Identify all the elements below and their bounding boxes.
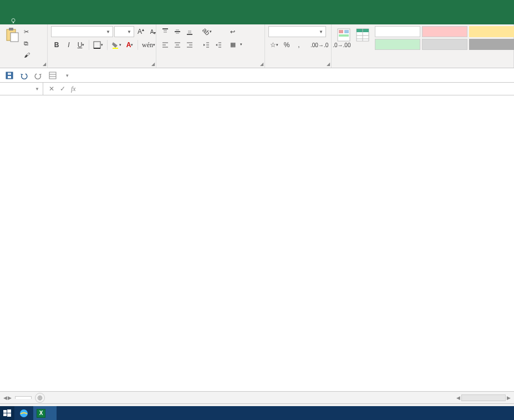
chevron-down-icon: ▼: [35, 87, 39, 92]
bucket-icon: [111, 41, 119, 49]
formula-input[interactable]: [82, 83, 514, 95]
brush-icon: 🖌: [24, 52, 30, 58]
cell-style-neutral[interactable]: [375, 39, 420, 50]
enter-formula-button[interactable]: ✓: [60, 85, 65, 93]
align-top-button[interactable]: [160, 26, 171, 37]
save-button[interactable]: [4, 70, 14, 80]
group-font: ▼ ▼ A▴ A▾ B I U▾ ▾ ▾ A▾: [48, 24, 156, 68]
windows-icon: [3, 409, 11, 417]
align-middle-button[interactable]: [172, 26, 183, 37]
align-center-button[interactable]: [172, 39, 183, 50]
underline-button[interactable]: U▾: [75, 39, 86, 50]
tell-me-search[interactable]: [10, 18, 19, 24]
decrease-indent-button[interactable]: [201, 39, 212, 50]
group-styles: [332, 24, 514, 68]
chevron-down-icon: ▼: [127, 29, 131, 34]
table-icon: [49, 72, 57, 79]
formula-buttons: ✕ ✓ fx: [43, 83, 82, 95]
copy-button[interactable]: ⧉: [22, 38, 51, 49]
increase-decimal-button[interactable]: .00→.0: [309, 39, 330, 50]
svg-rect-1: [13, 22, 14, 23]
merge-icon: ▦: [230, 41, 236, 48]
copy-icon: ⧉: [24, 40, 28, 47]
orientation-button[interactable]: ab▾: [201, 26, 213, 37]
conditional-format-icon: [336, 27, 352, 43]
worksheet-grid[interactable]: [0, 95, 514, 391]
cell-style-check[interactable]: [469, 39, 514, 50]
qat-item[interactable]: [48, 70, 58, 80]
increase-indent-button[interactable]: [213, 39, 224, 50]
redo-button[interactable]: [33, 70, 43, 80]
border-button[interactable]: ▾: [91, 39, 105, 50]
wrap-icon: ↩: [230, 28, 235, 36]
italic-button[interactable]: I: [63, 39, 74, 50]
align-bottom-button[interactable]: [184, 26, 195, 37]
paste-button[interactable]: [3, 26, 21, 45]
dialog-launcher-icon[interactable]: ◢: [327, 62, 330, 67]
cancel-formula-button[interactable]: ✕: [49, 85, 54, 93]
insert-function-button[interactable]: fx: [71, 85, 76, 93]
group-number: ▼ ☆▾ % , .00→.0 .0→.00 ◢: [265, 24, 332, 68]
svg-rect-3: [9, 28, 13, 31]
phonetic-button[interactable]: wén▾: [140, 39, 157, 50]
svg-rect-34: [344, 30, 349, 33]
sheet-tab-bar: ◀▶ ⊕ ◀ ▶: [0, 391, 514, 403]
quick-access-toolbar: ▾: [0, 68, 514, 83]
fill-color-button[interactable]: ▾: [110, 39, 123, 50]
new-sheet-button[interactable]: ⊕: [35, 393, 45, 403]
format-as-table-button[interactable]: [354, 26, 371, 45]
percent-format-button[interactable]: %: [281, 39, 292, 50]
align-left-button[interactable]: [160, 39, 171, 50]
font-name-select[interactable]: ▼: [51, 26, 113, 37]
taskbar-ie-button[interactable]: [16, 406, 32, 420]
border-icon: [93, 41, 101, 49]
start-button[interactable]: [0, 406, 14, 420]
accounting-format-button[interactable]: ☆▾: [268, 39, 280, 50]
undo-button[interactable]: [19, 70, 29, 80]
sheet-nav[interactable]: ◀▶: [0, 395, 15, 401]
cell-style-good[interactable]: [469, 26, 514, 37]
sheet-tab[interactable]: [15, 396, 32, 399]
horizontal-scrollbar[interactable]: ◀ ▶: [456, 394, 514, 401]
chevron-down-icon: ▼: [106, 29, 110, 34]
svg-rect-47: [3, 410, 7, 413]
qat-customize[interactable]: ▾: [62, 70, 72, 80]
cell-style-normal[interactable]: [375, 26, 420, 37]
format-painter-button[interactable]: 🖌: [22, 49, 51, 60]
font-size-select[interactable]: ▼: [114, 26, 134, 37]
cut-button[interactable]: ✂: [22, 26, 51, 37]
svg-rect-42: [8, 76, 11, 78]
scissors-icon: ✂: [24, 28, 29, 36]
excel-icon: X: [37, 409, 45, 418]
svg-rect-5: [94, 42, 100, 48]
group-clipboard: ✂ ⧉ 🖌 ◢: [0, 24, 48, 68]
conditional-format-button[interactable]: [335, 26, 353, 45]
bold-button[interactable]: B: [51, 39, 62, 50]
name-box[interactable]: ▼: [0, 83, 43, 95]
chevron-down-icon: ▾: [66, 73, 69, 78]
svg-rect-50: [7, 413, 11, 417]
windows-taskbar: X: [0, 406, 514, 420]
svg-rect-48: [7, 409, 11, 413]
chevron-down-icon: ▼: [319, 29, 323, 34]
comma-format-button[interactable]: ,: [293, 39, 304, 50]
formula-bar: ▼ ✕ ✓ fx: [0, 83, 514, 95]
svg-rect-7: [113, 48, 118, 49]
dialog-launcher-icon[interactable]: ◢: [260, 62, 263, 67]
scrollbar-track[interactable]: [461, 394, 506, 401]
increase-font-button[interactable]: A▴: [135, 26, 146, 37]
excel-window: ✂ ⧉ 🖌 ◢: [0, 0, 514, 420]
cell-style-calc[interactable]: [422, 39, 467, 50]
ribbon: ✂ ⧉ 🖌 ◢: [0, 24, 514, 68]
font-color-button[interactable]: A▾: [124, 39, 135, 50]
dialog-launcher-icon[interactable]: ◢: [151, 62, 155, 67]
cell-style-bad[interactable]: [422, 26, 467, 37]
svg-rect-4: [11, 33, 18, 42]
paste-icon: [4, 27, 20, 43]
group-alignment: ab▾ ↩: [156, 24, 265, 68]
align-right-button[interactable]: [184, 39, 195, 50]
dialog-launcher-icon[interactable]: ◢: [43, 62, 46, 67]
taskbar-excel-button[interactable]: X: [33, 406, 57, 420]
number-format-select[interactable]: ▼: [268, 26, 326, 37]
redo-icon: [34, 72, 42, 79]
